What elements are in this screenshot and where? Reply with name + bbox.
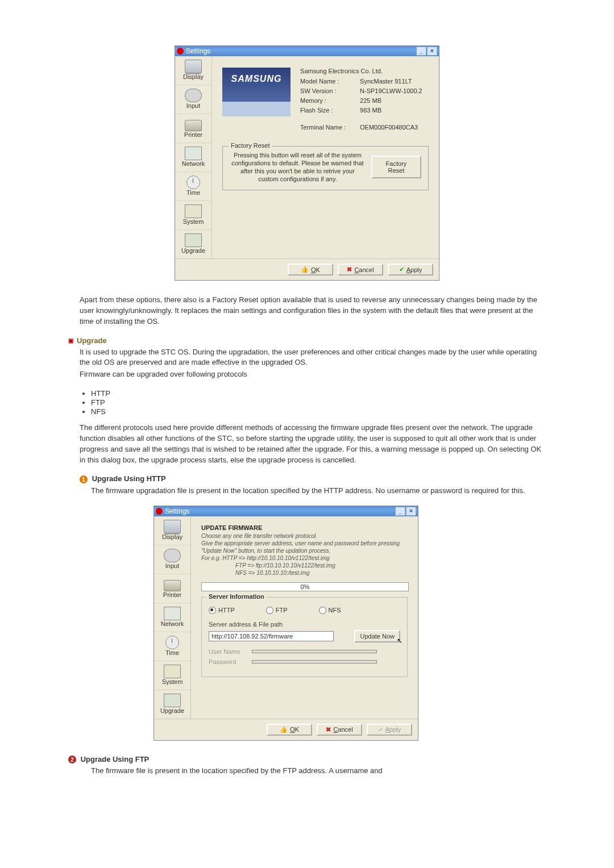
sidebar-item-printer[interactable]: Printer [175,114,211,143]
badge-one-icon: 1 [80,475,88,483]
settings-sidebar: Display Input Printer Network Time [154,516,191,719]
upgrade-icon [185,233,202,247]
minimize-button[interactable]: _ [395,507,405,516]
check-icon: ✔ [399,266,404,273]
printer-icon [164,580,181,591]
titlebar: Settings _ × [175,46,439,56]
memory-value: 225 MB [360,97,381,104]
server-info-groupbox: Server Information HTTP FTP NFS [201,597,408,677]
sidebar-item-input[interactable]: Input [175,85,211,114]
clock-icon [165,636,179,649]
sidebar-item-network[interactable]: Network [175,143,211,172]
factory-reset-legend: Factory Reset [229,142,272,149]
ftp-upgrade-desc: The firmware file is present in the loca… [91,766,546,777]
factory-reset-desc: Pressing this button will reset all of t… [230,151,366,183]
gear-icon [156,508,163,515]
dialog-title: Settings [186,47,210,55]
paragraph-protocols-intro: Firmware can be upgraded over following … [80,369,546,380]
update-firmware-desc: Choose any one file transfer network pro… [201,532,408,577]
sidebar-item-network[interactable]: Network [154,603,190,632]
sidebar-item-system[interactable]: System [154,661,190,690]
section-heading-upgrade: ▣ Upgrade [68,336,546,345]
update-now-button[interactable]: Update Now ↖ [354,630,400,642]
printer-icon [185,120,202,131]
sidebar-item-time[interactable]: Time [154,632,190,661]
protocol-nfs: NFS [91,407,546,416]
settings-dialog-system: Settings _ × Display Input Printer [175,45,439,281]
gear-icon [177,48,184,55]
memory-label: Memory : [300,97,360,104]
network-icon [185,147,202,160]
sidebar-item-time[interactable]: Time [175,172,211,201]
model-value: SyncMaster 911LT [360,78,412,85]
terminal-label: Terminal Name : [300,124,360,131]
arrow-icon: ▣ [68,337,73,344]
upgrade-icon [164,694,181,707]
ok-button[interactable]: 👍 OK [267,724,312,736]
radio-http[interactable]: HTTP [209,607,235,614]
factory-reset-button[interactable]: Factory Reset [371,156,421,178]
protocol-ftp: FTP [91,398,546,407]
radio-dot-icon [319,607,326,614]
flash-label: Flash Size : [300,107,360,114]
cancel-button[interactable]: ✖ Cancel [317,724,362,736]
http-upgrade-title: Upgrade Using HTTP [92,474,166,483]
protocol-list: HTTP FTP NFS [91,389,546,416]
check-icon: ✔ [378,726,383,733]
close-icon: ✖ [347,266,352,273]
apply-button-disabled: ✔ Apply [367,724,412,736]
password-input [252,660,377,663]
server-address-input[interactable]: http://107.108.92.52/firmware [209,631,334,641]
update-firmware-heading: UPDATE FIRMWARE [201,524,408,531]
radio-ftp[interactable]: FTP [266,607,288,614]
titlebar: Settings _ × [154,506,418,516]
factory-reset-groupbox: Factory Reset Pressing this button will … [222,146,429,190]
ok-button[interactable]: 👍 OK [288,264,333,276]
input-icon [164,549,181,562]
sidebar-item-printer[interactable]: Printer [154,574,190,603]
progress-value: 0% [301,583,310,590]
thumbs-up-icon: 👍 [301,266,309,273]
sidebar-item-upgrade[interactable]: Upgrade [154,690,190,719]
company-name: Samsung Electronics Co. Ltd. [300,68,422,74]
cancel-button[interactable]: ✖ Cancel [338,264,383,276]
display-icon [185,60,202,73]
system-icon [185,205,202,218]
http-upgrade-desc: The firmware upgradation file is present… [91,486,546,496]
minimize-button[interactable]: _ [416,47,426,56]
cursor-icon: ↖ [397,637,403,645]
display-icon [164,520,181,533]
badge-two-icon: 2 [68,756,76,763]
radio-dot-icon [266,607,273,614]
brand-logo: SAMSUNG [222,68,291,116]
sidebar-item-upgrade[interactable]: Upgrade [175,230,211,258]
progress-bar: 0% [201,582,409,591]
system-info: Samsung Electronics Co. Ltd. Model Name … [300,68,422,133]
sidebar-item-system[interactable]: System [175,201,211,230]
settings-dialog-upgrade: Settings _ × Display Input Printer [154,506,418,741]
paragraph-factory-reset: Apart from these options, there also is … [80,295,546,327]
username-input [252,650,377,653]
password-label: Password [209,658,248,665]
model-label: Model Name : [300,78,360,85]
clock-icon [186,176,200,189]
input-icon [185,89,202,102]
sidebar-item-input[interactable]: Input [154,545,190,574]
flash-value: 983 MB [360,107,381,114]
network-icon [164,607,181,620]
close-button[interactable]: × [406,507,416,516]
sidebar-item-display[interactable]: Display [175,56,211,85]
ftp-upgrade-title: Upgrade Using FTP [81,755,150,763]
radio-nfs[interactable]: NFS [319,607,341,614]
close-button[interactable]: × [427,47,437,56]
settings-sidebar: Display Input Printer Network Time [175,56,212,258]
protocol-http: HTTP [91,389,546,398]
dialog-title: Settings [165,507,189,515]
server-address-label: Server address & File path [209,621,400,628]
username-label: User Name [209,648,248,655]
paragraph-protocols-desc: The different protocols used here provid… [80,423,546,465]
apply-button[interactable]: ✔ Apply [388,264,433,276]
terminal-value: OEM000F00480CA3 [360,124,418,131]
sidebar-item-display[interactable]: Display [154,516,190,545]
sw-version-value: N-SP19CLWW-1000.2 [360,87,422,94]
